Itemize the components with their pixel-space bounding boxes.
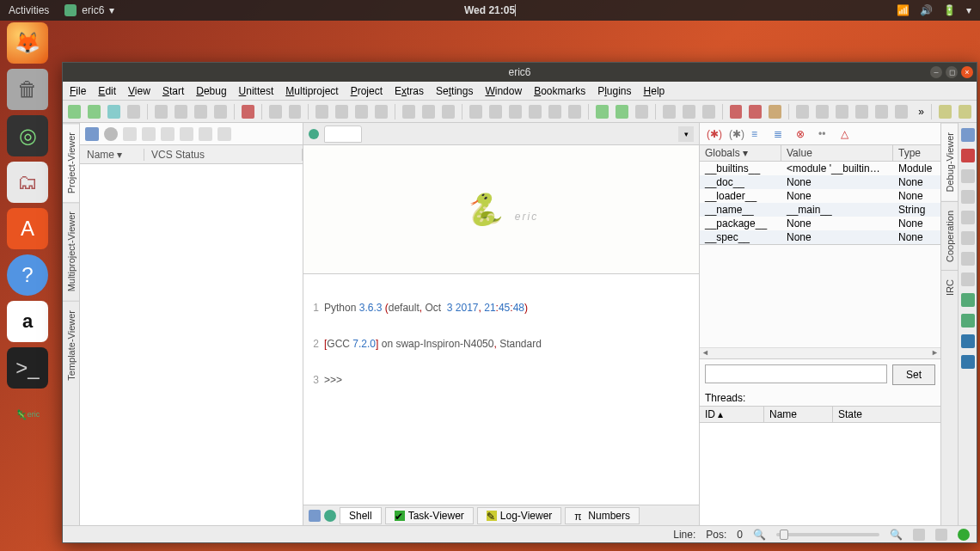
- var2-icon[interactable]: (✱): [729, 128, 743, 140]
- menu-multiproject[interactable]: Multiproject: [285, 85, 338, 97]
- tool9-icon[interactable]: [961, 314, 975, 328]
- dock-files[interactable]: 🗂: [7, 162, 48, 203]
- tb-shield3-icon[interactable]: [769, 105, 781, 119]
- tool8-icon[interactable]: [961, 293, 975, 307]
- globals-rows[interactable]: __builtins__<module '__builtin…Module __…: [700, 162, 940, 244]
- tb-open-icon[interactable]: [88, 105, 101, 119]
- tb-saveall-icon[interactable]: [194, 105, 207, 119]
- tb-vcs3-icon[interactable]: [702, 105, 715, 119]
- tab-irc[interactable]: IRC: [941, 270, 958, 304]
- form-icon[interactable]: [961, 231, 975, 245]
- tb-vcs1-icon[interactable]: [663, 105, 676, 119]
- tab-task-viewer[interactable]: ✔Task-Viewer: [385, 507, 474, 524]
- project-tree[interactable]: [80, 164, 303, 525]
- col-name[interactable]: Name ▾: [80, 149, 144, 161]
- tb-run4-icon[interactable]: [855, 105, 868, 119]
- tab-shell[interactable]: Shell: [340, 507, 382, 524]
- dock-terminal[interactable]: >_: [7, 347, 48, 389]
- tb-vcs2-icon[interactable]: [683, 105, 695, 119]
- tb-run2-icon[interactable]: [816, 105, 829, 119]
- menu-project[interactable]: Project: [351, 85, 383, 97]
- zoom-out-icon[interactable]: 🔍: [753, 529, 766, 541]
- var-icon[interactable]: (✱): [707, 128, 720, 140]
- tb-stop-icon[interactable]: [242, 105, 254, 119]
- menu-edit[interactable]: Edit: [98, 85, 116, 97]
- tb-run3-icon[interactable]: [836, 105, 848, 119]
- battery-icon[interactable]: 🔋: [943, 4, 956, 16]
- tab-project-viewer[interactable]: Project-Viewer: [63, 123, 79, 202]
- menu-view[interactable]: View: [128, 85, 150, 97]
- tb-save-icon[interactable]: [155, 105, 168, 119]
- tb-script3-icon[interactable]: [548, 105, 561, 119]
- tb-delete-icon[interactable]: [375, 105, 388, 119]
- dock-software[interactable]: A: [7, 208, 48, 249]
- tb-redo-icon[interactable]: [289, 105, 302, 119]
- window-titlebar[interactable]: eric6 – ◻ ×: [63, 63, 977, 82]
- tb-close-icon[interactable]: [127, 105, 140, 119]
- menu-unittest[interactable]: Unittest: [239, 85, 274, 97]
- tb-shield2-icon[interactable]: [749, 105, 762, 119]
- doc6-icon[interactable]: [217, 127, 231, 141]
- error-icon[interactable]: ⊗: [796, 128, 810, 140]
- bug-icon[interactable]: [961, 149, 975, 162]
- col-globals[interactable]: Globals ▾: [700, 145, 781, 161]
- tb-script4-icon[interactable]: [568, 105, 581, 119]
- globe-icon[interactable]: [324, 510, 336, 522]
- tb-edit2-icon[interactable]: [959, 105, 971, 119]
- maximize-button[interactable]: ◻: [946, 66, 958, 78]
- tb-run1-icon[interactable]: [796, 105, 809, 119]
- tool10-icon[interactable]: [961, 334, 975, 348]
- tb-script1-icon[interactable]: [509, 105, 522, 119]
- editor-canvas[interactable]: 🐍 eric: [303, 145, 699, 274]
- tab-multiproject-viewer[interactable]: Multiproject-Viewer: [63, 202, 79, 300]
- menu-bookmarks[interactable]: Bookmarks: [534, 85, 585, 97]
- th-col-id[interactable]: ID ▴: [700, 407, 764, 422]
- tb-new-icon[interactable]: [68, 105, 81, 119]
- dock-amazon[interactable]: a: [7, 301, 48, 342]
- tb-paste-icon[interactable]: [355, 105, 368, 119]
- tb-shield1-icon[interactable]: [730, 105, 743, 119]
- tb-proj2-icon[interactable]: [616, 105, 628, 119]
- zoom-in-icon[interactable]: 🔍: [890, 529, 903, 541]
- tab-dropdown-icon[interactable]: ▾: [678, 126, 694, 142]
- toolbar-overflow-icon[interactable]: »: [918, 106, 924, 118]
- clock[interactable]: Wed 21:05: [464, 4, 516, 16]
- doc5-icon[interactable]: [199, 127, 212, 141]
- menu-window[interactable]: Window: [485, 85, 522, 97]
- dock-firefox[interactable]: 🦊: [7, 22, 48, 64]
- tb-bug3-icon[interactable]: [442, 105, 455, 119]
- filter-icon[interactable]: [85, 127, 99, 141]
- doc4-icon[interactable]: [180, 127, 193, 141]
- menu-settings[interactable]: Settings: [436, 85, 473, 97]
- th-col-name[interactable]: Name: [764, 407, 833, 422]
- dock-trash[interactable]: 🗑: [7, 69, 48, 110]
- h-scrollbar[interactable]: [700, 347, 940, 359]
- tb-saveas-icon[interactable]: [175, 105, 187, 119]
- tb-cancel-icon[interactable]: [489, 105, 502, 119]
- tb-proj3-icon[interactable]: [635, 105, 648, 119]
- tab-numbers[interactable]: πNumbers: [565, 507, 640, 524]
- tool7-icon[interactable]: [961, 272, 975, 286]
- tab-template-viewer[interactable]: Template-Viewer: [63, 301, 79, 389]
- tab-debug-viewer[interactable]: Debug-Viewer: [941, 123, 958, 201]
- doc-icon[interactable]: [123, 127, 137, 141]
- set-button[interactable]: Set: [892, 364, 935, 385]
- circle-icon[interactable]: [104, 127, 118, 141]
- filter-icon[interactable]: [309, 510, 321, 522]
- menu-help[interactable]: Help: [644, 85, 665, 97]
- tb-play-icon[interactable]: [895, 105, 908, 119]
- stack-icon[interactable]: ≡: [751, 128, 765, 140]
- tb-bug1-icon[interactable]: [402, 105, 415, 119]
- menu-file[interactable]: File: [70, 85, 86, 97]
- stack2-icon[interactable]: ≣: [774, 128, 787, 140]
- tool11-icon[interactable]: [961, 355, 975, 369]
- dock-eric[interactable]: 🦎eric: [7, 394, 48, 435]
- doc3-icon[interactable]: [161, 127, 175, 141]
- col-value[interactable]: Value: [781, 145, 893, 161]
- zoom-slider[interactable]: [776, 533, 879, 536]
- tb-proj1-icon[interactable]: [596, 105, 609, 119]
- close-button[interactable]: ×: [961, 66, 973, 78]
- tb-refresh-icon[interactable]: [469, 105, 482, 119]
- tb-edit1-icon[interactable]: [939, 105, 952, 119]
- th-col-state[interactable]: State: [833, 407, 940, 422]
